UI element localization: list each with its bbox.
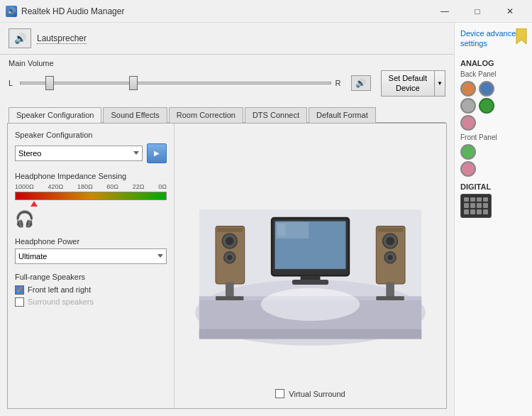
maximize-button[interactable]: □	[461, 0, 494, 23]
app-title: Realtek HD Audio Manager	[21, 6, 124, 16]
jack-pink-front[interactable]	[460, 161, 476, 177]
digital-pin	[470, 203, 475, 208]
svg-rect-19	[376, 296, 404, 300]
front-panel-label: Front Panel	[460, 133, 526, 141]
play-test-button[interactable]: ▶	[147, 143, 167, 163]
tabs-container: Speaker Configuration Sound Effects Room…	[0, 102, 454, 123]
device-icon: 🔊	[9, 28, 31, 48]
device-selector: 🔊 Lautsprecher	[9, 28, 445, 48]
back-panel-jacks-row2	[460, 98, 526, 114]
tabs: Speaker Configuration Sound Effects Room…	[9, 106, 445, 123]
speaker-scene	[174, 124, 446, 386]
jack-orange-back[interactable]	[460, 81, 476, 97]
svg-rect-23	[277, 224, 286, 236]
left-panel: Speaker Configuration Stereo Quadraphoni…	[8, 124, 174, 408]
volume-track	[20, 82, 331, 84]
svg-point-3	[261, 288, 360, 320]
back-panel-jacks-row1	[460, 81, 526, 97]
default-device-button: Set Default Device ▼	[381, 70, 445, 97]
content-panel: Speaker Configuration Stereo Quadraphoni…	[7, 123, 447, 409]
impedance-section: Headphone Impedance Sensing 1000Ω 420Ω 1…	[15, 172, 167, 229]
right-volume-thumb[interactable]	[129, 76, 138, 90]
volume-label: Main Volume	[9, 59, 445, 67]
jack-gray-back[interactable]	[460, 98, 476, 114]
volume-section: Main Volume L R 🔊 Set Default Device	[0, 55, 454, 102]
left-volume-thumb[interactable]	[45, 76, 54, 90]
digital-section: DIGITAL	[460, 182, 526, 218]
window-controls: — □ ✕	[428, 0, 526, 23]
digital-pin	[464, 203, 469, 208]
analog-label: ANALOG	[460, 59, 526, 67]
speaker-config-row: Stereo Quadraphonic 5.1 Surround 7.1 Sur…	[15, 143, 167, 163]
mute-button[interactable]: 🔊	[351, 75, 371, 91]
main-container: 🔊 Lautsprecher Main Volume L R 🔊	[0, 23, 532, 416]
close-button[interactable]: ✕	[494, 0, 526, 23]
minimize-button[interactable]: —	[428, 0, 461, 23]
left-channel-label: L	[9, 79, 16, 87]
tab-sound-effects[interactable]: Sound Effects	[103, 107, 167, 123]
header-area: 🔊 Lautsprecher	[0, 23, 454, 55]
tab-speaker-configuration[interactable]: Speaker Configuration	[9, 107, 101, 123]
digital-pin	[477, 209, 482, 214]
svg-point-8	[227, 255, 232, 260]
virtual-surround-row: Virtual Surround	[268, 386, 352, 401]
digital-pin	[464, 197, 469, 202]
svg-point-14	[386, 236, 394, 245]
set-default-arrow[interactable]: ▼	[434, 70, 445, 97]
play-icon: ▶	[154, 149, 160, 157]
headphone-icon-area: 🎧	[15, 210, 167, 229]
virtual-surround-checkbox[interactable]	[275, 389, 284, 398]
digital-jack[interactable]	[460, 194, 492, 218]
back-panel-jacks-row3	[460, 115, 526, 131]
jack-green-front[interactable]	[460, 144, 476, 160]
bookmark-icon	[515, 28, 528, 44]
surround-speakers-label: Surround speakers	[28, 297, 94, 306]
digital-pin	[483, 209, 488, 214]
right-sidebar: Device advanced settings ANALOG Back Pan…	[454, 23, 532, 416]
front-speakers-checkbox[interactable]: ✓	[15, 285, 24, 295]
tab-dts-connect[interactable]: DTS Connect	[245, 107, 307, 123]
svg-rect-11	[216, 296, 243, 300]
impedance-scale: 1000Ω 420Ω 180Ω 60Ω 22Ω 0Ω	[15, 183, 167, 190]
fullrange-section: Full-range Speakers ✓ Front left and rig…	[15, 273, 167, 307]
svg-rect-9	[217, 227, 243, 231]
virtual-surround-label: Virtual Surround	[289, 390, 345, 398]
impedance-marker	[31, 201, 38, 207]
digital-pin	[477, 197, 482, 202]
left-content: 🔊 Lautsprecher Main Volume L R 🔊	[0, 23, 454, 416]
volume-slider[interactable]	[20, 76, 331, 90]
headphone-power-section: Headphone Power Ultimate High Medium Low	[15, 237, 167, 264]
headphone-power-dropdown[interactable]: Ultimate High Medium Low	[15, 248, 167, 264]
impedance-label: Headphone Impedance Sensing	[15, 172, 167, 180]
speaker-config-dropdown[interactable]: Stereo Quadraphonic 5.1 Surround 7.1 Sur…	[15, 146, 143, 161]
set-default-main[interactable]: Set Default Device	[381, 70, 434, 97]
speaker-scene-svg	[174, 124, 446, 386]
digital-pin	[464, 209, 469, 214]
surround-speakers-row: Surround speakers	[15, 297, 167, 307]
svg-point-16	[388, 255, 393, 260]
tab-default-format[interactable]: Default Format	[309, 107, 376, 123]
right-channel-label: R	[336, 79, 343, 87]
app-icon: 🔊	[6, 6, 17, 17]
digital-label: DIGITAL	[460, 182, 526, 191]
headphone-icon: 🎧	[15, 210, 34, 229]
svg-point-6	[226, 236, 234, 245]
svg-rect-25	[292, 280, 328, 285]
right-panel: Virtual Surround	[174, 124, 446, 408]
front-speakers-row: ✓ Front left and right	[15, 285, 167, 295]
title-bar: 🔊 Realtek HD Audio Manager — □ ✕	[0, 0, 532, 23]
headphone-power-label: Headphone Power	[15, 237, 167, 246]
tab-room-correction[interactable]: Room Correction	[169, 107, 243, 123]
fullrange-label: Full-range Speakers	[15, 273, 167, 281]
digital-pin	[470, 197, 475, 202]
check-icon: ✓	[16, 285, 23, 295]
front-panel-jacks-row2	[460, 161, 526, 177]
jack-blue-back[interactable]	[479, 81, 494, 97]
front-panel-jacks-row1	[460, 144, 526, 160]
jack-green-active-back[interactable]	[479, 98, 494, 114]
surround-speakers-checkbox	[15, 297, 24, 307]
jack-pink-back[interactable]	[460, 115, 476, 131]
device-name[interactable]: Lautsprecher	[37, 33, 87, 44]
digital-pin	[483, 197, 488, 202]
digital-pin	[483, 203, 488, 208]
